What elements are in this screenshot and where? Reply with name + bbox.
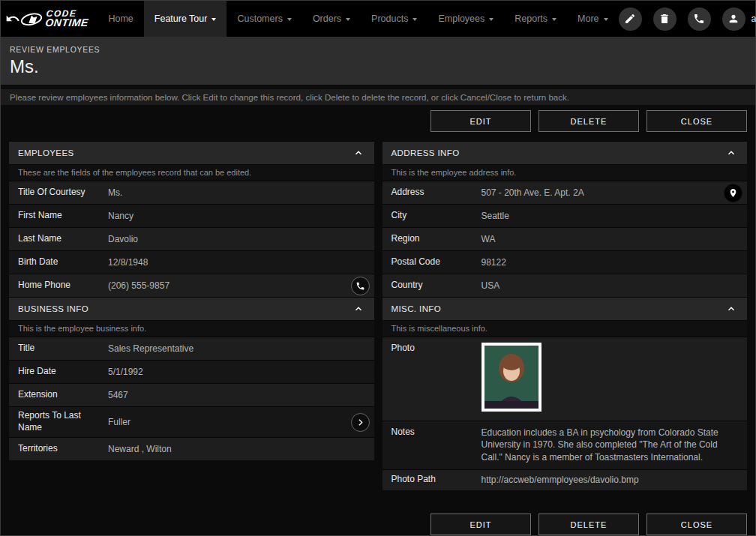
panel-address-info: ADDRESS INFO This is the employee addres… [382,141,748,297]
field-label: Last Name [9,233,108,245]
field-value: Ms. [108,187,370,199]
location-pin-icon [728,188,738,198]
nav-item-feature-tour[interactable]: Feature Tour [144,1,227,37]
caret-down-icon [412,18,417,21]
field-value: 5/1/1992 [108,366,370,378]
field-row-address: Address 507 - 20th Ave. E. Apt. 2A [382,181,748,204]
field-value: Seattle [482,210,743,222]
field-value: Nancy [108,210,370,222]
field-row-hire-date: Hire Date 5/1/1992 [9,360,374,383]
nav-actions: admin [619,1,756,37]
nav-item-home[interactable]: Home [98,1,143,37]
caret-down-icon [287,18,292,21]
panel-description: This is the employee business info. [9,320,374,337]
phone-icon [693,13,705,25]
instruction-text: Please review employees information belo… [10,93,569,102]
field-label: Photo [382,343,482,355]
field-label: Region [382,233,482,245]
chevron-up-icon [353,148,364,158]
field-row-last-name: Last Name Davolio [9,227,374,250]
nav-item-orders[interactable]: Orders [302,1,361,37]
nav-item-employees[interactable]: Employees [428,1,504,37]
edit-button-bottom[interactable]: EDIT [430,514,531,535]
delete-button[interactable]: DELETE [538,110,639,132]
call-action-button[interactable] [688,7,711,31]
field-label: Notes [382,427,482,439]
account-button[interactable]: admin [722,7,756,31]
field-label: Territories [9,443,108,455]
field-value: Neward , Wilton [108,443,370,455]
edit-record-button[interactable] [619,7,642,31]
username-label: admin [752,13,756,24]
field-row-reports-to: Reports To Last Name Fuller [9,406,374,437]
instruction-bar: Please review employees information belo… [1,89,755,105]
caret-down-icon [604,18,608,21]
toolbar-top: EDIT DELETE CLOSE [1,110,755,132]
logo[interactable]: CODE ONTIME [20,1,88,37]
nav-item-label: Customers [237,13,282,24]
delete-button-bottom[interactable]: DELETE [538,514,639,535]
collapse-business-button[interactable] [352,302,365,316]
close-button-bottom[interactable]: CLOSE [646,514,747,535]
panel-title: ADDRESS INFO [392,148,460,157]
caret-down-icon [346,18,350,21]
logo-hand-icon [20,10,43,28]
panel-header-employees: EMPLOYEES [9,141,374,164]
portrait-image [484,346,538,409]
nav-item-label: Feature Tour [154,13,208,24]
nav-item-label: Reports [514,13,548,24]
collapse-misc-button[interactable] [724,302,738,316]
breadcrumb: REVIEW EMPLOYEES [10,45,746,54]
user-avatar [722,7,746,31]
field-value: 5467 [108,389,370,401]
chevron-up-icon [726,148,736,158]
nav-item-customers[interactable]: Customers [226,1,302,37]
app-window: CODE ONTIME Home Feature Tour Customers … [0,0,756,536]
caret-down-icon [552,18,556,21]
field-label: Home Phone [9,280,108,292]
nav-item-products[interactable]: Products [361,1,428,37]
field-row-postal-code: Postal Code 98122 [382,250,748,274]
nav-item-more[interactable]: More [567,1,618,37]
field-label: Hire Date [9,366,108,378]
nav-item-label: More [578,13,598,24]
collapse-address-button[interactable] [724,146,738,160]
field-row-birth-date: Birth Date 12/8/1948 [9,250,374,274]
employee-photo [482,343,542,412]
call-home-phone-button[interactable] [351,277,370,295]
caret-down-icon [489,18,494,21]
panel-title: EMPLOYEES [18,148,74,157]
undo-arrow-icon [5,11,20,26]
delete-record-button[interactable] [653,7,676,31]
right-column: ADDRESS INFO This is the employee addres… [382,141,748,490]
lookup-reports-to-button[interactable] [351,413,370,432]
field-label: Postal Code [382,256,482,268]
toolbar-bottom: EDIT DELETE CLOSE [1,514,755,535]
panel-description: This is miscellaneous info. [382,320,748,337]
nav-item-reports[interactable]: Reports [504,1,567,37]
panel-header-misc: MISC. INFO [382,297,748,320]
field-row-title: Title Sales Representative [9,337,374,360]
person-icon [728,13,740,25]
field-label: Extension [9,389,108,401]
panel-description: These are the fields of the employees re… [9,164,374,181]
field-label: Address [382,187,482,199]
nav-item-label: Employees [438,13,484,24]
main-menu: Home Feature Tour Customers Orders Produ… [98,1,618,37]
panel-employees: EMPLOYEES These are the fields of the em… [9,141,374,297]
edit-button[interactable]: EDIT [430,110,531,132]
nav-item-label: Products [371,13,408,24]
field-row-title-of-courtesy: Title Of Courtesy Ms. [9,181,374,204]
chevron-right-icon [356,418,365,427]
field-label: Title [9,343,108,355]
field-value: http://accweb/emmployees/davolio.bmp [482,474,743,486]
close-button[interactable]: CLOSE [646,110,747,132]
trash-icon [658,13,670,25]
back-button[interactable] [5,1,20,37]
field-value: Education includes a BA in psychology fr… [482,427,743,463]
collapse-employees-button[interactable] [352,146,365,160]
map-address-button[interactable] [724,184,742,202]
field-row-extension: Extension 5467 [9,383,374,406]
panel-header-address: ADDRESS INFO [382,141,748,164]
field-value: 507 - 20th Ave. E. Apt. 2A [482,187,724,199]
